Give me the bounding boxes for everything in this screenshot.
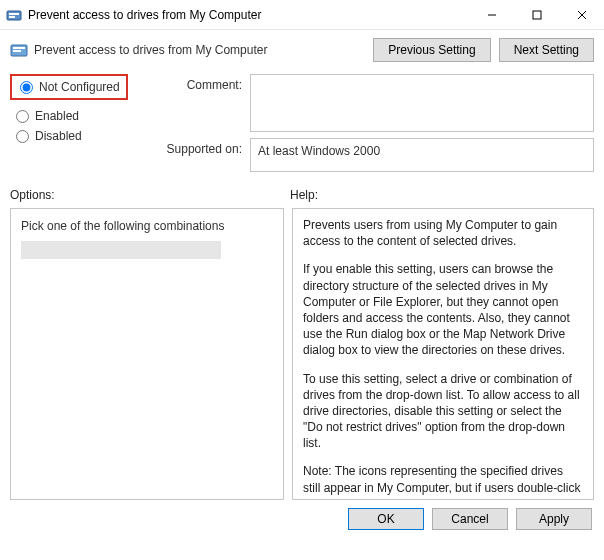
app-icon — [6, 7, 22, 23]
radio-not-configured-input[interactable] — [20, 81, 33, 94]
radio-not-configured-label: Not Configured — [39, 80, 120, 94]
supported-on-text: At least Windows 2000 — [250, 138, 594, 172]
help-paragraph: Note: The icons representing the specifi… — [303, 463, 583, 500]
radio-enabled-input[interactable] — [16, 110, 29, 123]
radio-not-configured[interactable]: Not Configured — [14, 77, 124, 97]
maximize-button[interactable] — [514, 0, 559, 29]
svg-rect-4 — [533, 11, 541, 19]
title-bar: Prevent access to drives from My Compute… — [0, 0, 604, 30]
radio-enabled[interactable]: Enabled — [10, 106, 150, 126]
options-heading: Options: — [10, 188, 290, 202]
help-heading: Help: — [290, 188, 594, 202]
supported-on-label: Supported on: — [160, 138, 242, 156]
help-paragraph: To use this setting, select a drive or c… — [303, 371, 583, 452]
radio-disabled-input[interactable] — [16, 130, 29, 143]
comment-label: Comment: — [160, 74, 242, 92]
previous-setting-button[interactable]: Previous Setting — [373, 38, 490, 62]
svg-rect-0 — [7, 11, 21, 20]
help-paragraph: If you enable this setting, users can br… — [303, 261, 583, 358]
svg-rect-2 — [9, 16, 15, 18]
svg-rect-8 — [13, 47, 25, 49]
header-row: Prevent access to drives from My Compute… — [0, 30, 604, 68]
policy-icon — [10, 41, 28, 59]
radio-disabled-label: Disabled — [35, 129, 82, 143]
apply-button[interactable]: Apply — [516, 508, 592, 530]
comment-textarea[interactable] — [250, 74, 594, 132]
close-button[interactable] — [559, 0, 604, 29]
radio-disabled[interactable]: Disabled — [10, 126, 150, 146]
options-panel: Pick one of the following combinations — [10, 208, 284, 500]
svg-rect-1 — [9, 13, 19, 15]
dialog-footer: OK Cancel Apply — [0, 500, 604, 538]
ok-button[interactable]: OK — [348, 508, 424, 530]
help-panel[interactable]: Prevents users from using My Computer to… — [292, 208, 594, 500]
next-setting-button[interactable]: Next Setting — [499, 38, 594, 62]
window-title: Prevent access to drives from My Compute… — [28, 8, 469, 22]
minimize-button[interactable] — [469, 0, 514, 29]
drive-combo[interactable] — [21, 241, 221, 259]
help-paragraph: Prevents users from using My Computer to… — [303, 217, 583, 249]
options-prompt: Pick one of the following combinations — [21, 219, 273, 233]
svg-rect-9 — [13, 50, 21, 52]
radio-enabled-label: Enabled — [35, 109, 79, 123]
cancel-button[interactable]: Cancel — [432, 508, 508, 530]
policy-title: Prevent access to drives from My Compute… — [34, 43, 373, 57]
